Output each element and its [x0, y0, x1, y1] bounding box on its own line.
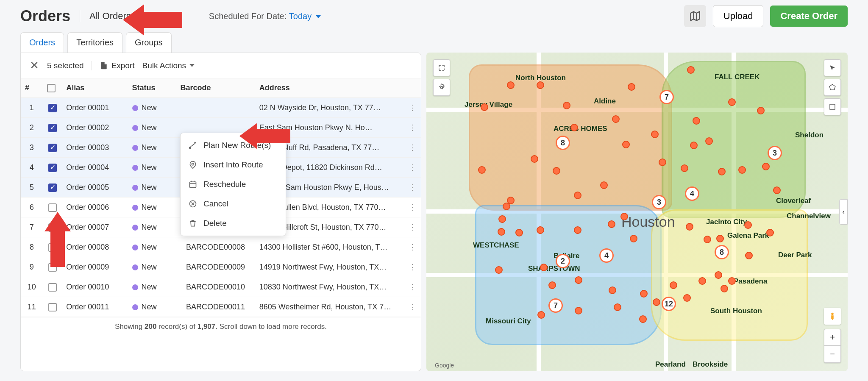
- map-cluster-marker[interactable]: 7: [659, 90, 674, 104]
- map-marker-dot[interactable]: [612, 115, 620, 123]
- map-marker-dot[interactable]: [537, 226, 544, 234]
- row-checkbox[interactable]: [48, 184, 57, 192]
- map-marker-dot[interactable]: [670, 281, 677, 289]
- row-actions-button[interactable]: ⋮: [404, 217, 421, 237]
- map-marker-dot[interactable]: [563, 102, 570, 109]
- territory-orange[interactable]: [469, 64, 672, 211]
- map-cluster-marker[interactable]: 4: [685, 186, 699, 201]
- map-marker-dot[interactable]: [766, 229, 774, 236]
- map-marker-dot[interactable]: [651, 131, 659, 138]
- polygon-tool-button[interactable]: [824, 79, 841, 96]
- row-actions-button[interactable]: ⋮: [404, 158, 421, 178]
- map-marker-dot[interactable]: [728, 98, 736, 106]
- select-all-checkbox[interactable]: [47, 84, 56, 92]
- map-marker-dot[interactable]: [718, 168, 726, 175]
- map-cluster-marker[interactable]: 2: [556, 254, 570, 268]
- map-marker-dot[interactable]: [614, 303, 621, 311]
- map-marker-dot[interactable]: [716, 235, 724, 242]
- map-marker-dot[interactable]: [653, 298, 660, 306]
- map-marker-dot[interactable]: [495, 266, 503, 274]
- row-actions-button[interactable]: ⋮: [404, 257, 421, 277]
- map-marker-dot[interactable]: [553, 167, 560, 175]
- map-marker-dot[interactable]: [507, 81, 515, 89]
- row-actions-button[interactable]: ⋮: [404, 297, 421, 317]
- map-cluster-marker[interactable]: 3: [768, 146, 782, 160]
- row-actions-button[interactable]: ⋮: [404, 237, 421, 257]
- row-actions-button[interactable]: ⋮: [404, 178, 421, 197]
- row-actions-button[interactable]: ⋮: [404, 138, 421, 158]
- map-marker-dot[interactable]: [744, 221, 752, 229]
- row-actions-button[interactable]: ⋮: [404, 277, 421, 297]
- tab-territories[interactable]: Territories: [67, 32, 122, 53]
- rectangle-tool-button[interactable]: [824, 98, 841, 115]
- map-marker-dot[interactable]: [659, 159, 666, 166]
- territory-green[interactable]: [662, 61, 806, 218]
- map-marker-dot[interactable]: [620, 213, 628, 220]
- map-marker-dot[interactable]: [630, 235, 637, 242]
- map-marker-dot[interactable]: [570, 124, 578, 131]
- row-checkbox[interactable]: [48, 104, 57, 112]
- row-actions-button[interactable]: ⋮: [404, 118, 421, 138]
- map-marker-dot[interactable]: [683, 294, 691, 302]
- map-marker-dot[interactable]: [640, 290, 648, 298]
- map-marker-dot[interactable]: [574, 192, 581, 199]
- export-button[interactable]: Export: [100, 61, 135, 70]
- map-marker-dot[interactable]: [622, 141, 630, 148]
- map-marker-dot[interactable]: [698, 277, 706, 285]
- map-marker-dot[interactable]: [609, 286, 616, 294]
- scheduled-date-dropdown[interactable]: Today: [289, 11, 321, 21]
- map-marker-dot[interactable]: [757, 107, 765, 114]
- map-cluster-marker[interactable]: 3: [652, 195, 666, 209]
- map-marker-dot[interactable]: [515, 229, 523, 236]
- map-marker-dot[interactable]: [681, 164, 688, 172]
- map-marker-dot[interactable]: [773, 186, 781, 194]
- map-marker-dot[interactable]: [705, 137, 713, 145]
- map-marker-dot[interactable]: [537, 81, 544, 89]
- map-collapse-button[interactable]: ‹: [839, 199, 848, 225]
- map-settings-button[interactable]: [433, 79, 450, 96]
- table-row[interactable]: 8Order 00008NewBARCODE0000814300 Hollist…: [21, 237, 421, 257]
- map-marker-dot[interactable]: [693, 117, 700, 125]
- map-marker-dot[interactable]: [478, 166, 486, 174]
- row-checkbox[interactable]: [48, 203, 57, 212]
- map-marker-dot[interactable]: [600, 181, 608, 189]
- map-cluster-marker[interactable]: 4: [599, 248, 614, 263]
- zoom-out-button[interactable]: −: [824, 346, 841, 363]
- map-marker-dot[interactable]: [574, 226, 581, 234]
- fullscreen-button[interactable]: [433, 59, 450, 76]
- map-marker-dot[interactable]: [548, 281, 556, 289]
- row-checkbox[interactable]: [48, 144, 57, 152]
- row-checkbox[interactable]: [48, 303, 57, 311]
- map-marker-dot[interactable]: [715, 271, 722, 279]
- map-toggle-button[interactable]: [684, 5, 706, 27]
- map-marker-dot[interactable]: [687, 66, 695, 74]
- menu-delete[interactable]: Delete: [181, 214, 286, 233]
- map-cluster-marker[interactable]: 8: [715, 245, 729, 259]
- menu-insert-into-route[interactable]: Insert Into Route: [181, 155, 286, 175]
- bulk-actions-dropdown[interactable]: Bulk Actions: [142, 61, 195, 70]
- row-actions-button[interactable]: ⋮: [404, 197, 421, 217]
- map-marker-dot[interactable]: [575, 276, 582, 284]
- table-row[interactable]: 9Order 00009NewBARCODE0000914919 Northwe…: [21, 257, 421, 277]
- map-marker-dot[interactable]: [498, 228, 505, 236]
- streetview-pegman[interactable]: [824, 308, 841, 325]
- map-marker-dot[interactable]: [628, 83, 635, 91]
- map-marker-dot[interactable]: [738, 166, 746, 174]
- map-marker-dot[interactable]: [762, 163, 770, 170]
- row-actions-button[interactable]: ⋮: [404, 98, 421, 118]
- map-cluster-marker[interactable]: 12: [662, 297, 676, 311]
- tab-orders[interactable]: Orders: [20, 32, 64, 53]
- map-marker-dot[interactable]: [498, 215, 506, 223]
- row-checkbox[interactable]: [48, 124, 57, 132]
- row-checkbox[interactable]: [48, 164, 57, 172]
- menu-cancel[interactable]: Cancel: [181, 194, 286, 214]
- map-marker-dot[interactable]: [608, 220, 615, 228]
- upload-button[interactable]: Upload: [713, 5, 764, 27]
- map-marker-dot[interactable]: [540, 264, 548, 271]
- table-row[interactable]: 10Order 00010NewBARCODE0001010830 Northw…: [21, 277, 421, 297]
- map-marker-dot[interactable]: [575, 307, 582, 314]
- map-marker-dot[interactable]: [745, 252, 753, 259]
- clear-selection-button[interactable]: ✕: [29, 59, 39, 72]
- table-row[interactable]: 1Order 00001New02 N Wayside Dr, Houston,…: [21, 98, 421, 118]
- map-cluster-marker[interactable]: 7: [548, 298, 563, 313]
